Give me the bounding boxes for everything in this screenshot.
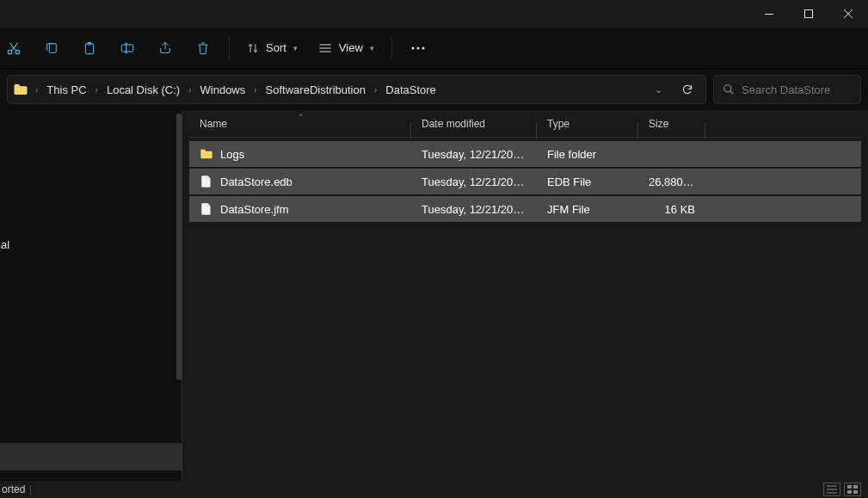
minimize-button[interactable] [749,0,789,28]
maximize-button[interactable] [789,0,828,28]
breadcrumb-item[interactable]: Local Disk (C:) [102,76,185,103]
svg-point-10 [422,46,424,49]
chevron-right-icon[interactable]: › [94,85,100,95]
scrollbar[interactable] [176,114,182,380]
folder-icon [13,83,28,96]
delete-button[interactable] [186,33,220,64]
paste-button[interactable] [72,33,107,64]
column-name[interactable]: Name ⌃ [189,118,411,130]
column-date[interactable]: Date modified [411,118,537,130]
chevron-down-icon: ▾ [370,44,374,52]
file-rows: LogsTuesday, 12/21/2021 1...File folderD… [189,138,861,222]
toolbar-separator [229,36,230,60]
file-date: Tuesday, 12/21/2021 1... [411,148,537,161]
chevron-right-icon[interactable]: › [252,85,258,95]
breadcrumb-item[interactable]: SoftwareDistribution [261,76,371,103]
cut-button[interactable] [0,33,31,64]
file-icon [200,175,213,188]
file-size: 26,880 KB [638,175,705,188]
file-row[interactable]: DataStore.edbTuesday, 12/21/2021 1...EDB… [189,169,861,194]
svg-rect-15 [853,490,858,494]
chevron-right-icon[interactable]: › [187,85,193,95]
file-icon [200,202,213,216]
main-area: sonal ) Name ⌃ Date modified Type Size L… [0,110,868,481]
chevron-right-icon[interactable]: › [372,85,379,95]
file-row[interactable]: DataStore.jfmTuesday, 12/21/2021 1...JFM… [189,196,861,222]
svg-point-9 [416,46,419,49]
title-bar [0,0,868,28]
file-row[interactable]: LogsTuesday, 12/21/2021 1...File folder [189,141,861,167]
svg-point-3 [15,50,20,54]
more-button[interactable] [401,33,435,64]
sidebar-item-selected[interactable]: ) [0,443,182,470]
svg-point-11 [724,85,731,92]
column-type[interactable]: Type [537,118,638,130]
refresh-button[interactable] [674,77,700,102]
toolbar: Sort ▾ View ▾ [0,28,868,69]
chevron-down-icon: ▾ [293,44,298,52]
file-list-pane: Name ⌃ Date modified Type Size LogsTuesd… [182,110,868,481]
breadcrumb-item[interactable]: This PC [41,76,91,103]
file-size: 16 KB [638,203,705,216]
file-name: DataStore.jfm [220,203,288,216]
share-button[interactable] [148,33,182,64]
view-icon [318,43,332,53]
navigation-pane[interactable]: sonal ) [0,110,182,481]
thumbnails-view-button[interactable] [844,483,861,496]
file-name: DataStore.edb [220,175,292,188]
file-name: Logs [220,148,244,161]
history-dropdown-button[interactable]: ⌄ [645,77,671,102]
svg-rect-0 [765,14,773,15]
view-label: View [339,41,363,54]
search-box[interactable] [713,75,861,104]
breadcrumb-item[interactable]: Windows [195,76,251,103]
rename-button[interactable] [110,33,145,64]
sort-dropdown[interactable]: Sort ▾ [238,33,306,64]
details-view-button[interactable] [823,483,840,496]
sidebar-item[interactable]: sonal [0,231,182,258]
status-text: orted [2,483,31,495]
svg-rect-12 [847,485,852,489]
svg-point-2 [8,50,12,54]
column-size[interactable]: Size [638,118,705,130]
status-bar: orted [0,481,868,498]
svg-rect-1 [805,10,813,18]
address-row: › This PC › Local Disk (C:) › Windows › … [0,69,868,110]
svg-rect-13 [853,485,858,489]
chevron-right-icon[interactable]: › [34,85,40,95]
file-date: Tuesday, 12/21/2021 1... [411,175,537,188]
view-dropdown[interactable]: View ▾ [310,33,383,64]
svg-rect-7 [121,45,132,52]
svg-point-8 [411,46,414,49]
svg-rect-14 [847,490,852,494]
svg-rect-4 [49,43,56,52]
file-type: JFM File [537,203,638,216]
file-date: Tuesday, 12/21/2021 1... [411,203,537,216]
address-bar[interactable]: › This PC › Local Disk (C:) › Windows › … [7,75,706,104]
sort-icon [247,42,259,54]
file-type: File folder [537,148,638,161]
search-input[interactable] [742,83,852,96]
file-type: EDB File [537,175,638,188]
sort-label: Sort [266,41,286,54]
column-headers: Name ⌃ Date modified Type Size [189,110,861,138]
folder-icon [200,147,213,161]
chevron-down-icon: ⌄ [655,84,662,95]
close-button[interactable] [828,0,868,28]
copy-button[interactable] [34,33,69,64]
breadcrumb-item[interactable]: DataStore [380,76,441,103]
toolbar-separator [391,36,392,60]
sort-ascending-icon: ⌃ [298,113,305,121]
search-icon [723,83,735,95]
